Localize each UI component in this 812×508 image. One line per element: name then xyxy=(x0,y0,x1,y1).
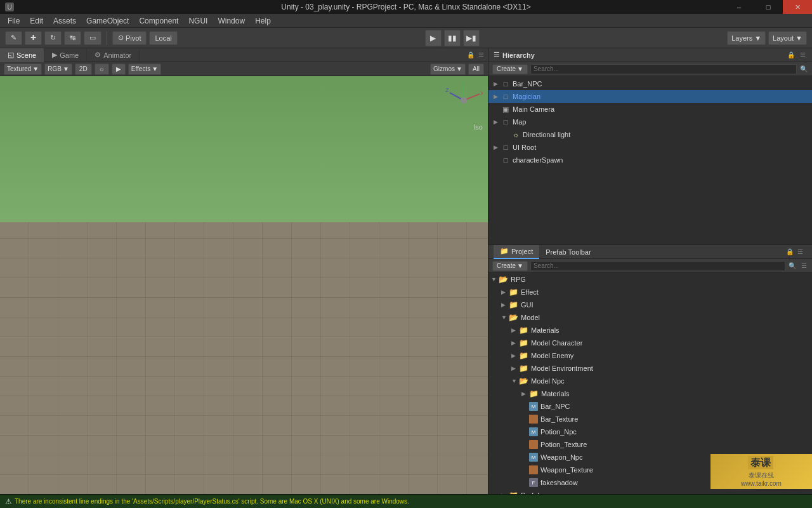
menu-file[interactable]: File xyxy=(3,15,25,27)
tab-animator[interactable]: ⚙ Animator xyxy=(87,48,140,62)
menu-assets[interactable]: Assets xyxy=(48,15,81,27)
tab-scene[interactable]: ◱ Scene xyxy=(0,48,44,62)
svg-text:X: X xyxy=(480,90,483,97)
rect-tool[interactable]: ▭ xyxy=(84,31,102,45)
audio-button[interactable]: ▶ xyxy=(112,64,126,75)
project-tree-item-bar-texture[interactable]: Bar_Texture xyxy=(488,413,812,425)
tree-item-magician[interactable]: ▶ □ Magician xyxy=(488,90,812,103)
pivot-button[interactable]: ⊙ Pivot xyxy=(112,31,147,45)
status-message: There are inconsistent line endings in t… xyxy=(15,498,409,505)
hand-tool[interactable]: ✎ xyxy=(5,31,22,45)
hierarchy-create-button[interactable]: Create ▼ xyxy=(492,64,528,74)
tab-game[interactable]: ▶ Game xyxy=(44,48,87,62)
pivot-icon: ⊙ xyxy=(118,34,124,42)
tree-item-ui-root[interactable]: ▶ □ UI Root xyxy=(488,141,812,154)
project-item-label-gui: GUI xyxy=(521,301,534,309)
project-search-icon[interactable]: 🔍 xyxy=(788,262,797,271)
project-tree-item-potion-npc[interactable]: MPotion_Npc xyxy=(488,425,812,438)
texture-icon-potion-texture xyxy=(529,440,538,449)
gameobject-icon-4: □ xyxy=(501,143,510,152)
textured-dropdown[interactable]: Textured ▼ xyxy=(4,64,42,75)
project-tree-item-prefab[interactable]: ▶📁Prefab xyxy=(488,489,812,494)
chevron-down-icon: ▼ xyxy=(754,34,761,42)
folder-icon-model-environment: 📁 xyxy=(519,364,528,373)
scene-viewport[interactable]: Y X Z Iso xyxy=(0,76,488,494)
project-item-label-weapon-texture: Weapon_Texture xyxy=(540,466,593,474)
watermark: 泰课 泰课在线 www.taikr.com xyxy=(710,454,812,489)
step-button[interactable]: ▶▮ xyxy=(463,30,480,46)
main-toolbar: ✎ ✚ ↻ ↹ ▭ ⊙ Pivot Local ▶ ▮▮ ▶▮ Layers ▼… xyxy=(0,28,812,48)
folder-icon-materials-2: 📁 xyxy=(529,389,539,398)
project-tree-item-model[interactable]: ▼📂Model xyxy=(488,311,812,324)
rotate-tool[interactable]: ↻ xyxy=(44,31,62,45)
move-tool[interactable]: ✚ xyxy=(25,31,42,45)
chevron-down-icon-3: ▼ xyxy=(32,65,39,72)
project-tree-item-model-enemy[interactable]: ▶📁Model Enemy xyxy=(488,349,812,362)
close-button[interactable]: ✕ xyxy=(783,0,812,14)
chevron-down-icon-7: ▼ xyxy=(517,65,523,72)
layers-dropdown[interactable]: Layers ▼ xyxy=(727,31,766,45)
watermark-line2: www.taikr.com xyxy=(741,480,782,487)
project-search-input[interactable] xyxy=(530,261,785,271)
tab-project[interactable]: 📁 Project xyxy=(494,245,539,259)
hierarchy-menu-icon[interactable]: ☰ xyxy=(798,51,807,60)
folder-icon-model-character: 📁 xyxy=(519,338,528,347)
scale-tool[interactable]: ↹ xyxy=(64,31,81,45)
gameobject-icon-3: □ xyxy=(501,117,510,126)
layout-dropdown[interactable]: Layout ▼ xyxy=(768,31,807,45)
folder-open-arrow-icon: ▼ xyxy=(511,378,519,384)
watermark-logo: 泰课 xyxy=(748,456,775,470)
tab-prefab-toolbar[interactable]: Prefab Toolbar xyxy=(539,245,597,259)
hierarchy-lock-icon[interactable]: 🔒 xyxy=(787,51,796,60)
hierarchy-search-input[interactable] xyxy=(530,64,797,74)
gameobject-icon: □ xyxy=(501,79,510,88)
project-item-label-model-enemy: Model Enemy xyxy=(531,352,573,359)
project-tree-item-model-npc[interactable]: ▼📂Model Npc xyxy=(488,375,812,387)
tree-item-character-spawn[interactable]: ▶ □ characterSpawn xyxy=(488,154,812,166)
menu-help[interactable]: Help xyxy=(250,15,276,27)
tab-menu-icon[interactable]: ☰ xyxy=(476,51,485,60)
project-tree-item-model-character[interactable]: ▶📁Model Character xyxy=(488,337,812,349)
project-tree-item-materials-1[interactable]: ▶📁Materials xyxy=(488,324,812,337)
all-button[interactable]: All xyxy=(468,64,484,75)
project-lock-icon[interactable]: 🔒 xyxy=(785,248,794,257)
menu-edit[interactable]: Edit xyxy=(25,15,48,27)
tree-item-main-camera[interactable]: ▶ ▣ Main Camera xyxy=(488,103,812,116)
project-tree-item-bar-npc-asset[interactable]: MBar_NPC xyxy=(488,400,812,413)
rgb-dropdown[interactable]: RGB ▼ xyxy=(44,64,72,75)
tree-item-directional-light[interactable]: ▶ ☼ Directional light xyxy=(488,128,812,141)
menu-gameobject[interactable]: GameObject xyxy=(81,15,134,27)
play-button[interactable]: ▶ xyxy=(425,30,442,46)
project-item-label-bar-npc-asset: Bar_NPC xyxy=(540,403,570,410)
menu-window[interactable]: Window xyxy=(213,15,250,27)
camera-icon: ▣ xyxy=(501,105,510,114)
tab-lock-icon[interactable]: 🔒 xyxy=(466,51,475,60)
project-tree-item-effect[interactable]: ▶📁Effect xyxy=(488,286,812,298)
project-create-button[interactable]: Create ▼ xyxy=(492,261,528,271)
minimize-button[interactable]: – xyxy=(724,0,754,14)
lighting-button[interactable]: ☼ xyxy=(95,64,109,75)
tree-item-map[interactable]: ▶ □ Map xyxy=(488,116,812,128)
project-tree-item-model-environment[interactable]: ▶📁Model Environtment xyxy=(488,362,812,375)
tree-item-bar-npc[interactable]: ▶ □ Bar_NPC xyxy=(488,77,812,90)
project-tree-item-potion-texture[interactable]: Potion_Texture xyxy=(488,438,812,451)
folder-closed-arrow-icon: ▶ xyxy=(501,289,509,295)
menu-component[interactable]: Component xyxy=(134,15,183,27)
project-menu-icon[interactable]: ☰ xyxy=(796,248,804,257)
hierarchy-search-icon[interactable]: 🔍 xyxy=(799,65,808,74)
chevron-down-icon-6: ▼ xyxy=(456,65,462,72)
pause-button[interactable]: ▮▮ xyxy=(444,30,461,46)
project-filter-icon[interactable]: ☰ xyxy=(799,262,808,271)
maximize-button[interactable]: □ xyxy=(754,0,783,14)
menu-ngui[interactable]: NGUI xyxy=(183,15,213,27)
project-tree-item-materials-2[interactable]: ▶📁Materials xyxy=(488,387,812,400)
effects-dropdown[interactable]: Effects ▼ xyxy=(128,64,161,75)
local-button[interactable]: Local xyxy=(149,31,177,45)
project-tree-item-gui[interactable]: ▶📁GUI xyxy=(488,298,812,311)
gizmos-dropdown[interactable]: Gizmos ▼ xyxy=(430,64,466,75)
tree-arrow-icon-4: ▶ xyxy=(494,119,501,125)
svg-point-6 xyxy=(461,97,467,104)
project-header: 📁 Project Prefab Toolbar 🔒 ☰ xyxy=(488,245,812,259)
project-tree-item-rpg[interactable]: ▼📂RPG xyxy=(488,273,812,286)
2d-button[interactable]: 2D xyxy=(75,64,92,75)
